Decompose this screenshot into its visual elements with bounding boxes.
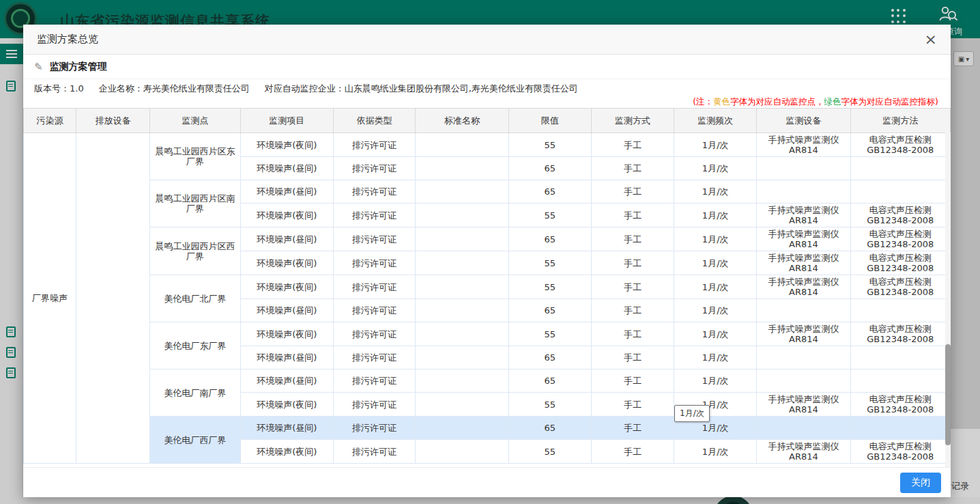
limit-value-cell: 55 (508, 133, 591, 157)
monitor-method-cell (850, 180, 950, 204)
monitor-device-cell: 手持式噪声监测仪 AR814 (757, 275, 850, 299)
monitor-mode-cell: 手工 (591, 299, 674, 322)
basis-type-cell: 排污许可证 (333, 346, 415, 369)
monitor-point-cell: 晨鸣工业园西片区东厂界 (150, 133, 240, 180)
modal-title: 监测方案总览 (37, 33, 98, 46)
table-scrollbar-track[interactable] (945, 132, 951, 467)
limit-value-cell: 55 (508, 251, 591, 275)
basis-type-cell: 排污许可证 (333, 133, 415, 157)
monitor-item-cell: 环境噪声(昼间) (240, 180, 333, 204)
basis-type-cell: 排污许可证 (333, 322, 415, 346)
monitor-mode-cell: 手工 (591, 369, 674, 393)
standard-name-cell (416, 251, 508, 275)
monitor-frequency-cell: 1月/次 (674, 227, 757, 251)
standard-name-cell (416, 133, 508, 157)
monitor-item-cell: 环境噪声(昼间) (240, 346, 333, 369)
plan-table: 污染源 排放设备 监测点 监测项目 依据类型 标准名称 限值 监测方式 监测频次… (23, 108, 951, 464)
monitor-item-cell: 环境噪声(昼间) (240, 227, 333, 251)
standard-name-cell (416, 393, 508, 417)
monitor-method-cell: 电容式声压检测 GB12348-2008 (850, 275, 950, 299)
table-row[interactable]: 美伦电厂西厂界环境噪声(昼间)排污许可证65手工1月/次 (24, 417, 951, 440)
basis-type-cell: 排污许可证 (333, 369, 415, 393)
monitor-method-cell (850, 417, 950, 440)
col-header: 监测项目 (240, 109, 333, 133)
standard-name-cell (416, 275, 508, 299)
col-header: 监测频次 (674, 109, 757, 133)
monitor-method-cell (850, 369, 950, 393)
limit-value-cell: 55 (508, 204, 591, 227)
color-note: (注：黄色字体为对应自动监控点，绿色字体为对应自动监控指标) (34, 96, 940, 108)
basis-type-cell: 排污许可证 (333, 417, 415, 440)
monitor-frequency-cell: 1月/次 (674, 180, 757, 204)
col-header: 监测方法 (850, 109, 950, 133)
col-header: 排放设备 (76, 109, 150, 133)
monitor-mode-cell: 手工 (591, 440, 674, 464)
basis-type-cell: 排污许可证 (333, 180, 415, 204)
monitor-mode-cell: 手工 (591, 393, 674, 417)
monitor-frequency-cell: 1月/次 (674, 157, 757, 180)
monitor-item-cell: 环境噪声(夜间) (240, 440, 333, 464)
monitor-method-cell: 电容式声压检测 GB12348-2008 (850, 251, 950, 275)
limit-value-cell: 65 (508, 180, 591, 204)
monitor-mode-cell: 手工 (591, 346, 674, 369)
limit-value-cell: 65 (508, 417, 591, 440)
limit-value-cell: 65 (508, 299, 591, 322)
monitor-point-cell: 晨鸣工业园西片区南厂界 (150, 180, 240, 227)
table-scrollbar-thumb[interactable] (945, 344, 951, 445)
modal-footer: 关闭 (23, 467, 951, 497)
plan-table-wrap: 污染源 排放设备 监测点 监测项目 依据类型 标准名称 限值 监测方式 监测频次… (23, 108, 951, 467)
limit-value-cell: 55 (508, 322, 591, 346)
monitor-mode-cell: 手工 (591, 227, 674, 251)
monitor-frequency-cell: 1月/次 (674, 299, 757, 322)
monitor-method-cell (850, 346, 950, 369)
monitor-device-cell: 手持式噪声监测仪 AR814 (757, 251, 850, 275)
monitor-device-cell (757, 369, 850, 393)
monitor-frequency-cell: 1月/次 (674, 322, 757, 346)
monitor-mode-cell: 手工 (591, 417, 674, 440)
table-row[interactable]: 晨鸣工业园西片区南厂界环境噪声(昼间)排污许可证65手工1月/次 (24, 180, 951, 204)
monitor-frequency-cell: 1月/次 (674, 133, 757, 157)
col-header: 污染源 (24, 109, 76, 133)
monitor-point-cell: 美伦电厂西厂界 (150, 417, 240, 464)
monitor-frequency-cell: 1月/次 (674, 440, 757, 464)
monitor-device-cell: 手持式噪声监测仪 AR814 (757, 227, 850, 251)
monitor-method-cell: 电容式声压检测 GB12348-2008 (850, 440, 950, 464)
table-row[interactable]: 晨鸣工业园西片区西厂界环境噪声(昼间)排污许可证65手工1月/次手持式噪声监测仪… (24, 227, 951, 251)
limit-value-cell: 65 (508, 369, 591, 393)
standard-name-cell (416, 157, 508, 180)
table-header-row: 污染源 排放设备 监测点 监测项目 依据类型 标准名称 限值 监测方式 监测频次… (24, 109, 951, 133)
monitor-method-cell: 电容式声压检测 GB12348-2008 (850, 227, 950, 251)
standard-name-cell (416, 417, 508, 440)
table-row[interactable]: 美伦电厂北厂界环境噪声(夜间)排污许可证55手工1月/次手持式噪声监测仪 AR8… (24, 275, 951, 299)
note-yellow-text: 黄色 (713, 96, 730, 107)
close-icon[interactable]: × (925, 32, 937, 47)
table-row[interactable]: 美伦电厂南厂界环境噪声(昼间)排污许可证65手工1月/次 (24, 369, 951, 393)
limit-value-cell: 55 (508, 440, 591, 464)
monitor-mode-cell: 手工 (591, 157, 674, 180)
monitor-device-cell (757, 417, 850, 440)
monitor-item-cell: 环境噪声(昼间) (240, 417, 333, 440)
monitor-frequency-cell: 1月/次 (674, 251, 757, 275)
plan-table-body: 厂界噪声晨鸣工业园西片区东厂界环境噪声(夜间)排污许可证55手工1月/次手持式噪… (24, 133, 951, 464)
section-title: 监测方案管理 (50, 61, 107, 73)
monitor-item-cell: 环境噪声(夜间) (240, 275, 333, 299)
monitor-item-cell: 环境噪声(夜间) (240, 251, 333, 275)
monitor-device-cell (757, 180, 850, 204)
frequency-tooltip: 1月/次 (674, 405, 710, 422)
monitor-frequency-cell: 1月/次 (674, 369, 757, 393)
standard-name-cell (416, 346, 508, 369)
monitor-mode-cell: 手工 (591, 275, 674, 299)
monitor-item-cell: 环境噪声(夜间) (240, 393, 333, 417)
table-row[interactable]: 厂界噪声晨鸣工业园西片区东厂界环境噪声(夜间)排污许可证55手工1月/次手持式噪… (24, 133, 951, 157)
monitor-mode-cell: 手工 (591, 133, 674, 157)
close-button[interactable]: 关闭 (900, 473, 941, 493)
col-header: 监测点 (150, 109, 240, 133)
note-green-text: 绿色 (824, 96, 841, 107)
limit-value-cell: 55 (508, 275, 591, 299)
table-row[interactable]: 美伦电厂东厂界环境噪声(夜间)排污许可证55手工1月/次手持式噪声监测仪 AR8… (24, 322, 951, 346)
basis-type-cell: 排污许可证 (333, 227, 415, 251)
monitor-frequency-cell: 1月/次 (674, 275, 757, 299)
monitor-point-cell: 美伦电厂北厂界 (150, 275, 240, 322)
plan-info-area: 版本号：1.0企业名称：寿光美伦纸业有限责任公司对应自动监控企业：山东晨鸣纸业集… (23, 79, 951, 108)
version-label: 版本号：1.0 (34, 83, 84, 94)
